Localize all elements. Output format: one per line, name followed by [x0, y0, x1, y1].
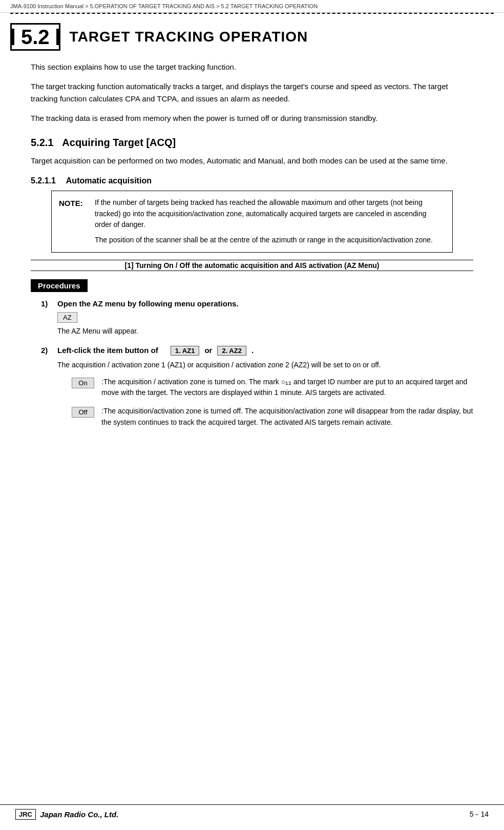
az2-button[interactable]: 2. AZ2 — [217, 346, 246, 356]
intro-para-2: The target tracking function automatical… — [31, 80, 473, 105]
sub-heading-521: 5.2.1 Acquiring Target [ACQ] — [31, 137, 473, 149]
note-para-2: The position of the scanner shall be at … — [95, 235, 445, 246]
rule-bottom — [31, 271, 473, 271]
breadcrumb: JMA-9100 Instruction Manual > 5.OPERATIO… — [0, 0, 504, 13]
off-badge: Off — [72, 407, 94, 418]
step-2-header: 2) Left-click the item button of 1. AZ1 … — [41, 346, 473, 356]
section-header: 5.2 TARGET TRACKING OPERATION — [0, 14, 504, 56]
sub-heading-521-num: 5.2.1 — [31, 137, 53, 148]
step-1-note: The AZ Menu will appear. — [57, 326, 473, 337]
note-para-1: If the number of targets being tracked h… — [95, 197, 445, 231]
main-content: This section explains how to use the tar… — [0, 56, 504, 448]
note-label: NOTE: — [59, 197, 90, 246]
sub-heading-5211: 5.2.1.1 Automatic acquisition — [31, 176, 473, 185]
sub-heading-521-title: Acquiring Target [ACQ] — [62, 137, 176, 148]
intro-para-1: This section explains how to use the tar… — [31, 61, 473, 73]
sub-heading-5211-title: Automatic acquisition — [66, 176, 152, 185]
on-off-table: On :The acquisition / activation zone is… — [72, 377, 473, 428]
rule-label-text: [1] Turning On / Off the automatic acqui… — [31, 261, 473, 269]
step-2-num: 2) — [41, 346, 52, 355]
step-2: 2) Left-click the item button of 1. AZ1 … — [41, 346, 473, 428]
section-title: TARGET TRACKING OPERATION — [70, 29, 308, 45]
on-off-row-on: On :The acquisition / activation zone is… — [72, 377, 473, 399]
step-1-header: 1) Open the AZ menu by following menu op… — [41, 299, 473, 308]
step-2-label-pre: Left-click the item button of — [57, 346, 158, 355]
on-desc: :The acquisition / activation zone is tu… — [101, 377, 473, 399]
footer: JRC Japan Radio Co., Ltd. 5－14 — [0, 804, 504, 820]
step-1-num: 1) — [41, 299, 52, 308]
sub-521-body: Target acquisition can be performed on t… — [31, 155, 473, 167]
az1-button[interactable]: 1. AZ1 — [171, 346, 200, 356]
step-1: 1) Open the AZ menu by following menu op… — [41, 299, 473, 337]
az-button[interactable]: AZ — [57, 312, 77, 323]
on-off-row-off: Off :The acquisition/activation zone is … — [72, 406, 473, 428]
section-number: 5.2 — [17, 27, 54, 47]
step-2-label-post: . — [251, 346, 254, 355]
page-number: 5－14 — [470, 810, 489, 819]
sub-heading-5211-num: 5.2.1.1 — [31, 176, 56, 185]
on-badge: On — [72, 378, 94, 388]
company-name: Japan Radio Co., Ltd. — [40, 810, 118, 819]
footer-logo: JRC Japan Radio Co., Ltd. — [15, 809, 118, 820]
step-2-note: The acquisition / activation zone 1 (AZ1… — [57, 360, 473, 370]
rule-label-container: [1] Turning On / Off the automatic acqui… — [31, 260, 473, 271]
intro-para-3: The tracking data is erased from memory … — [31, 112, 473, 125]
note-box: NOTE: If the number of targets being tra… — [51, 191, 453, 253]
step-2-label-mid: or — [204, 346, 212, 355]
note-text: If the number of targets being tracked h… — [95, 197, 445, 246]
section-number-box: 5.2 — [10, 23, 60, 51]
jrc-label: JRC — [15, 809, 36, 820]
rule-top — [31, 260, 473, 260]
off-desc: :The acquisition/activation zone is turn… — [101, 406, 473, 428]
breadcrumb-text: JMA-9100 Instruction Manual > 5.OPERATIO… — [10, 3, 318, 9]
procedures-badge: Procedures — [31, 279, 88, 292]
step-1-label: Open the AZ menu by following menu opera… — [57, 299, 239, 308]
